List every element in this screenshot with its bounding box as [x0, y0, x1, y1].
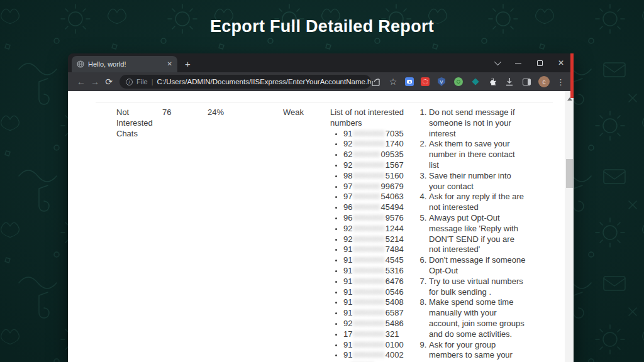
masked-digits: 000000 — [352, 192, 380, 201]
bookmark-star-icon[interactable]: ☆ — [388, 77, 398, 87]
page-scrollbar[interactable] — [565, 91, 574, 362]
phone-number-item: 9100000006587 — [343, 308, 417, 319]
phone-suffix: 5214 — [386, 234, 404, 244]
tab-title: Hello, world! — [88, 60, 164, 68]
phone-prefix: 91 — [343, 244, 352, 254]
masked-digits: 0000000 — [352, 140, 385, 148]
masked-digits: 0000000 — [352, 129, 385, 138]
phone-suffix: 5486 — [386, 319, 404, 328]
masked-digits: 0000000 — [352, 277, 385, 286]
masked-digits: 0000000 — [352, 341, 385, 349]
phone-suffix: 5160 — [386, 171, 404, 180]
page-title: Ecport Full Detailed Report — [0, 17, 644, 36]
masked-digits: 000000 — [352, 182, 380, 191]
profile-avatar[interactable]: c — [538, 76, 550, 87]
phone-prefix: 17 — [343, 329, 352, 339]
phone-suffix: 99679 — [381, 182, 404, 191]
close-button[interactable]: ✕ — [557, 59, 565, 67]
tip-item: Save their number into your contact — [429, 171, 527, 192]
phone-number-item: 9200000001567 — [343, 160, 417, 171]
phone-number-item: 9100000004545 — [343, 255, 417, 266]
side-panel-icon[interactable] — [521, 77, 531, 87]
phone-number-item: 9200000001740 — [343, 139, 417, 150]
new-tab-button[interactable]: + — [185, 60, 191, 69]
menu-kebab-icon[interactable]: ⋮ — [557, 77, 565, 87]
phone-number-item: 170000000321 — [343, 329, 417, 340]
phone-number-item: 9200000005486 — [343, 319, 417, 329]
phone-suffix: 4002 — [386, 350, 404, 359]
extension-shield-icon[interactable]: V — [436, 77, 447, 87]
phone-prefix: 92 — [343, 234, 352, 244]
scrollbar-thumb[interactable] — [566, 159, 573, 188]
numbers-list-title: List of not interested numbers — [330, 107, 417, 129]
masked-digits: 0000000 — [352, 161, 385, 170]
phone-suffix: 1740 — [386, 139, 404, 148]
share-icon[interactable] — [371, 77, 381, 87]
phone-suffix: 321 — [386, 329, 399, 339]
extension-teal-icon[interactable] — [470, 77, 480, 87]
phone-prefix: 98 — [343, 171, 352, 180]
phone-prefix: 92 — [343, 319, 352, 328]
phone-prefix: 96 — [343, 202, 352, 212]
row-percent: 24% — [208, 107, 224, 118]
phone-suffix: 45494 — [381, 202, 404, 212]
masked-digits: 0000000 — [352, 351, 385, 359]
minimize-button[interactable] — [514, 59, 522, 67]
phone-suffix: 6476 — [386, 277, 404, 286]
phone-number-item: 9100000005408 — [343, 297, 417, 308]
phone-prefix: 62 — [343, 150, 352, 159]
tips-column: Do not send message if someone is not in… — [419, 107, 527, 361]
phone-prefix: 97 — [343, 192, 352, 201]
phone-number-item: 9600000045494 — [343, 202, 417, 213]
phone-prefix: 91 — [343, 277, 352, 286]
masked-digits: 0000000 — [352, 309, 385, 317]
masked-digits: 000000 — [352, 150, 380, 159]
extension-blue-icon[interactable] — [405, 77, 414, 86]
forward-icon[interactable]: → — [88, 77, 102, 87]
phone-suffix: 5408 — [386, 297, 404, 307]
browser-toolbar: ← → ⟳ i File | C:/Users/ADMIN/Documents/… — [68, 72, 574, 91]
tip-item: Make spend some time manually with your … — [429, 297, 527, 339]
masked-digits: 0000000 — [352, 214, 385, 222]
browser-window: Hello, world! ✕ + ✕ ← → ⟳ i File | C:/Us… — [68, 53, 574, 362]
masked-digits: 0000000 — [352, 298, 385, 307]
extension-red-icon[interactable] — [421, 77, 430, 86]
browser-tab[interactable]: Hello, world! ✕ — [72, 56, 177, 72]
page-info-icon[interactable]: i — [126, 79, 133, 85]
phone-suffix: 1244 — [386, 224, 404, 233]
masked-digits: 0000000 — [352, 288, 385, 297]
tab-close-icon[interactable]: ✕ — [167, 61, 172, 67]
tip-item: Ask them to save your number in there co… — [429, 139, 527, 170]
recording-indicator-strip — [570, 53, 574, 98]
tab-search-chevron-icon[interactable] — [493, 59, 501, 67]
phone-prefix: 92 — [343, 160, 352, 170]
report-page: Not Interested Chats 76 24% Weak List of… — [68, 91, 574, 362]
phone-prefix: 92 — [343, 139, 352, 148]
phone-number-item: 9200000001244 — [343, 224, 417, 234]
back-icon[interactable]: ← — [74, 77, 88, 87]
masked-digits: 000000 — [352, 203, 380, 212]
row-label: Not Interested Chats — [116, 107, 157, 139]
phone-prefix: 91 — [343, 297, 352, 307]
address-bar[interactable]: i File | C:/Users/ADMIN/Documents/IISExp… — [119, 75, 371, 89]
phone-number-item: 9800000005160 — [343, 171, 417, 182]
phone-suffix: 1567 — [386, 160, 404, 170]
phone-suffix: 6587 — [386, 308, 404, 317]
extension-green-icon[interactable] — [453, 77, 464, 87]
tip-item: Try to use virtual numbers for bulk send… — [429, 277, 527, 298]
toolbar-actions: ☆ V c ⋮ — [371, 76, 567, 87]
tip-item: Do not send message if someone is not in… — [429, 107, 527, 139]
row-count: 76 — [162, 107, 171, 118]
reload-icon[interactable]: ⟳ — [102, 77, 116, 87]
extensions-puzzle-icon[interactable] — [487, 77, 497, 87]
masked-digits: 0000000 — [352, 330, 385, 339]
phone-suffix: 54063 — [381, 192, 404, 201]
tips-list: Do not send message if someone is not in… — [419, 107, 527, 361]
maximize-button[interactable] — [536, 59, 543, 67]
phone-number-item: 9100000004002 — [343, 350, 417, 361]
phone-prefix: 92 — [343, 224, 352, 233]
downloads-icon[interactable] — [504, 77, 514, 87]
phone-prefix: 91 — [343, 340, 352, 349]
phone-number-item: 9100000007035 — [343, 129, 417, 140]
phone-suffix: 7484 — [386, 244, 404, 254]
